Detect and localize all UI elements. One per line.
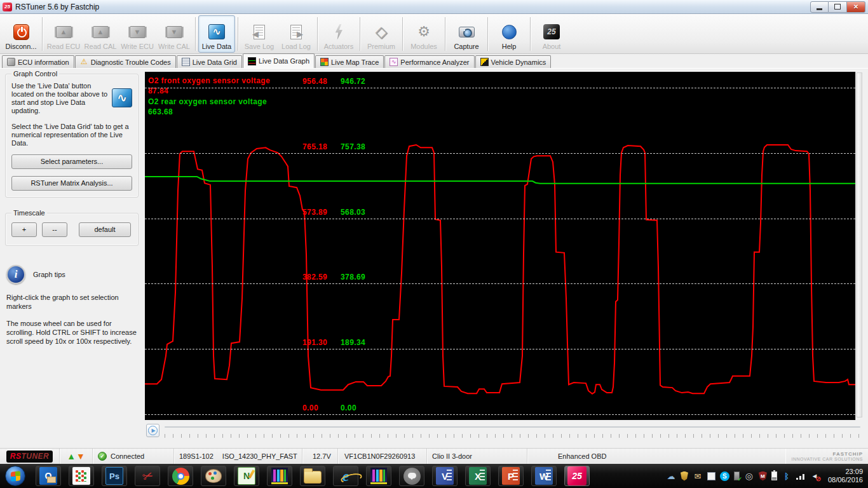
info-icon: i (6, 265, 25, 284)
taskbar-internet-explorer[interactable] (333, 466, 358, 486)
toolbar-separator (238, 17, 238, 51)
toolbar-separator (402, 17, 403, 51)
help-icon (502, 25, 517, 39)
toolbar-button-read-cal[interactable]: Read CAL (82, 15, 119, 53)
toolbar-separator (530, 17, 531, 51)
taskbar-paint[interactable] (201, 466, 226, 486)
select-parameters-button[interactable]: Select parameters... (11, 154, 132, 169)
tab-bar: ECU informationDiagnostic Trouble CodesL… (0, 54, 868, 69)
warn-icon (80, 58, 88, 66)
graph-slider-strip: ▶ (145, 420, 868, 448)
tab-live-data-grid[interactable]: Live Data Grid (177, 55, 242, 68)
toolbar-button-write-ecu[interactable]: Write ECU (119, 15, 156, 53)
window-title: RSTuner 5.6 by Fastchip (15, 3, 99, 11)
gridline (145, 88, 855, 88)
diagnostics-app-icon (271, 468, 288, 484)
toolbar-button-read-ecu[interactable]: Read ECU (45, 15, 82, 53)
toolbar-button-help[interactable]: Help (491, 15, 527, 53)
timescale-default-button[interactable]: default (79, 222, 131, 237)
tray-mcafee-icon[interactable] (759, 471, 767, 481)
tray-shield-icon[interactable] (681, 471, 688, 481)
caption-buttons (810, 1, 865, 13)
toolbar-button-modules[interactable]: Modules (405, 15, 442, 53)
play-button[interactable]: ▶ (146, 424, 159, 437)
toolbar-button-capture[interactable]: Capture (448, 15, 485, 53)
toolbar-separator (195, 17, 196, 51)
chip-read-icon (93, 26, 109, 38)
gridline (145, 153, 855, 154)
taskbar-diagnostics-app[interactable] (267, 466, 292, 486)
sensor-traces (145, 72, 855, 420)
toolbar-button-actuators[interactable]: Actuators (320, 15, 357, 53)
taskbar-photoshop[interactable] (102, 466, 127, 486)
clock[interactable]: 23:09 08/06/2016 (828, 468, 863, 484)
battery-voltage: 12.7V (302, 449, 338, 464)
toolbar-button-premium[interactable]: Premium (363, 15, 400, 53)
windows-explorer-icon (304, 471, 322, 484)
taskbar-excel[interactable] (465, 466, 491, 486)
restore-button[interactable] (829, 1, 847, 13)
about-icon: 25 (543, 24, 560, 39)
red-axis-tick: 382.59 (302, 273, 327, 281)
tray-gcircle-icon[interactable] (744, 471, 754, 481)
tray-signal-icon[interactable] (796, 472, 805, 480)
taskbar-chrome[interactable] (168, 466, 193, 486)
tab-label: Live Data Grid (193, 58, 237, 66)
taskbar-notepad-plus-plus[interactable] (234, 466, 259, 486)
tab-live-data-graph[interactable]: Live Data Graph (243, 53, 315, 68)
close-button[interactable] (847, 1, 865, 13)
tab-performance-analyzer[interactable]: Performance Analyzer (384, 55, 474, 68)
graph-control-groupbox: Graph Control Use the 'Live Data' button… (5, 74, 139, 198)
taskbar-windows-explorer[interactable] (300, 466, 325, 486)
chip-write-icon (166, 26, 182, 38)
capture-icon (459, 27, 475, 37)
tray-bt-icon[interactable] (782, 471, 792, 481)
tab-diagnostic-trouble-codes[interactable]: Diagnostic Trouble Codes (75, 55, 176, 68)
toolbar-button-label: Disconn... (6, 43, 37, 50)
tray-battery-icon[interactable] (771, 471, 777, 480)
minimize-button[interactable] (810, 1, 829, 13)
paint-icon (205, 469, 222, 483)
diagnostics-app-2-icon (370, 468, 387, 484)
taskbar-start-button[interactable] (3, 466, 28, 486)
timeline-slider[interactable] (165, 424, 860, 440)
taskbar-visio[interactable] (432, 466, 458, 486)
tray-mute-icon[interactable] (810, 471, 820, 481)
tab-live-map-trace[interactable]: Live Map Trace (315, 55, 384, 68)
taskbar-diagnostics-app-2[interactable] (366, 466, 391, 486)
toolbar-button-load-log[interactable]: Load Log (278, 15, 315, 53)
tab-ecu-information[interactable]: ECU information (2, 55, 74, 68)
graph-vertical-scrollbar[interactable] (855, 72, 863, 420)
taskbar-app-grid[interactable] (69, 466, 94, 486)
vin-number: VF1CB1N0F29260913 (338, 449, 427, 464)
tab-label: Live Map Trace (331, 58, 379, 66)
tab-vehicle-dynamics[interactable]: Vehicle Dynamics (475, 55, 552, 68)
timescale-plus-button[interactable]: + (11, 222, 37, 237)
toolbar-button-live-data[interactable]: Live Data (198, 15, 235, 53)
taskbar-word[interactable] (531, 466, 557, 486)
tray-skype-icon[interactable] (720, 471, 729, 481)
tray-mail-icon[interactable] (693, 471, 703, 481)
tray-notes-icon[interactable] (707, 472, 715, 480)
green-axis-tick: 946.72 (341, 77, 365, 86)
taskbar-snipping-tool[interactable] (135, 466, 160, 486)
grid-icon (182, 58, 190, 66)
taskbar-powerpoint[interactable] (498, 466, 524, 486)
toolbar-button-write-cal[interactable]: Write CAL (156, 15, 193, 53)
rstuner-matrix-analysis-button[interactable]: RSTuner Matrix Analysis... (11, 176, 132, 191)
toolbar-button-about[interactable]: 25About (533, 15, 570, 53)
timescale-minus-button[interactable]: -- (42, 222, 67, 237)
live-data-graph[interactable]: O2 front oxygen sensor voltage 87.84 O2 … (145, 72, 855, 420)
gridline (145, 414, 855, 415)
outlook-icon (39, 467, 57, 485)
tray-usb-icon[interactable] (734, 471, 740, 480)
graph-control-text1: Use the 'Live Data' button located on th… (11, 82, 109, 115)
toolbar-button-disconn[interactable]: Disconn... (3, 15, 39, 53)
taskbar-outlook[interactable] (36, 466, 61, 486)
graph-tips: i Graph tips Right-click the graph to se… (5, 255, 139, 346)
toolbar-separator (487, 17, 488, 51)
taskbar-messenger[interactable] (399, 466, 424, 486)
toolbar-button-save-log[interactable]: Save Log (241, 15, 278, 53)
taskbar-rstuner-app[interactable] (564, 466, 590, 486)
tray-cloud-icon[interactable] (666, 471, 676, 481)
